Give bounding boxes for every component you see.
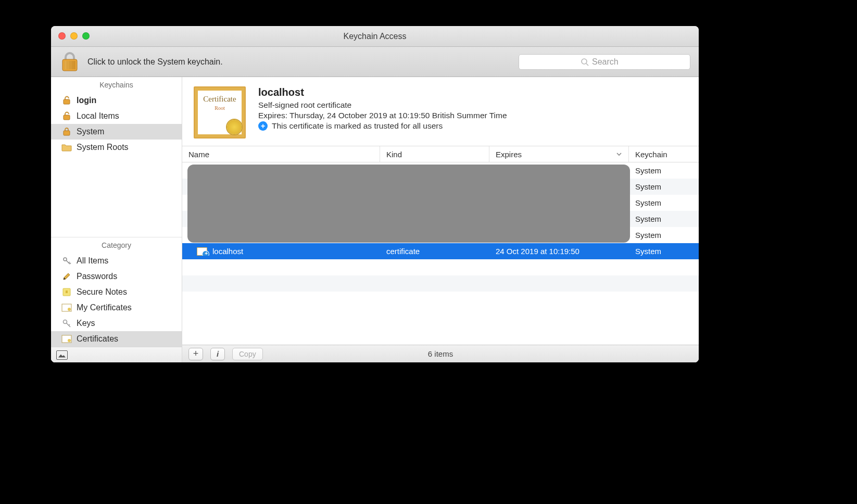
- keys-icon: [61, 256, 72, 266]
- certificate-name: localhost: [258, 86, 507, 98]
- certificate-info: localhost Self-signed root certificate E…: [258, 86, 507, 138]
- window-controls: [58, 32, 90, 40]
- note-icon: [61, 287, 72, 297]
- padlock-icon: [60, 51, 79, 73]
- category-list: All Items Passwords Secure Notes My Cert…: [51, 253, 182, 347]
- svg-rect-5: [64, 115, 70, 120]
- search-field[interactable]: [519, 54, 690, 70]
- titlebar: Keychain Access: [51, 26, 699, 47]
- table-row[interactable]: [182, 259, 699, 275]
- certificate-row-icon: [197, 247, 207, 256]
- keychain-item-label: System: [77, 127, 104, 136]
- category-item-label: Passwords: [77, 272, 117, 281]
- category-item-label: All Items: [77, 256, 108, 266]
- cell-expires: 24 Oct 2019 at 10:19:50: [489, 247, 629, 256]
- column-header-keychain[interactable]: Keychain: [629, 146, 699, 162]
- locked-padlock-icon: [61, 127, 72, 137]
- keychain-item-login[interactable]: login: [51, 93, 182, 108]
- certificate-detail: Certificate Root localhost Self-signed r…: [182, 77, 699, 146]
- info-button[interactable]: i: [210, 348, 225, 360]
- sidebar-header-keychains: Keychains: [51, 77, 182, 93]
- svg-rect-4: [64, 99, 70, 104]
- cert-thumb-text: Certificate: [195, 95, 245, 104]
- footer-bar: + i Copy 6 items: [182, 345, 699, 362]
- category-item-secure-notes[interactable]: Secure Notes: [51, 284, 182, 300]
- seal-icon: [227, 120, 242, 134]
- category-item-certificates[interactable]: Certificates: [51, 331, 182, 347]
- column-header-expires[interactable]: Expires: [489, 146, 629, 162]
- unlocked-padlock-icon: [61, 95, 72, 106]
- keychain-item-local-items[interactable]: Local Items: [51, 108, 182, 124]
- lock-keychain-button[interactable]: [59, 51, 80, 73]
- svg-point-2: [582, 59, 587, 64]
- column-header-kind[interactable]: Kind: [380, 146, 489, 162]
- svg-point-14: [68, 339, 71, 342]
- category-item-label: Keys: [77, 319, 95, 328]
- search-icon: [581, 58, 589, 66]
- zoom-window-button[interactable]: [82, 32, 90, 40]
- certificate-type: Self-signed root certificate: [258, 100, 507, 110]
- toolbar-hint: Click to unlock the System keychain.: [87, 57, 511, 67]
- category-item-label: My Certificates: [77, 303, 132, 312]
- show-preview-button[interactable]: [56, 350, 68, 360]
- minimize-window-button[interactable]: [70, 32, 78, 40]
- svg-rect-6: [64, 131, 70, 135]
- category-item-keys[interactable]: Keys: [51, 316, 182, 331]
- trust-plus-icon: +: [258, 121, 268, 131]
- category-item-label: Secure Notes: [77, 287, 127, 297]
- search-input[interactable]: [592, 57, 628, 67]
- toolbar: Click to unlock the System keychain.: [51, 47, 699, 77]
- table-row[interactable]: localhost certificate 24 Oct 2019 at 10:…: [182, 243, 699, 259]
- keychain-item-label: login: [77, 96, 96, 105]
- sidebar-footer: [51, 347, 182, 362]
- cell-kind: certificate: [380, 247, 489, 256]
- svg-rect-9: [66, 291, 68, 293]
- table-header: Name Kind Expires Keychain: [182, 146, 699, 162]
- certificate-icon: [61, 334, 72, 344]
- svg-point-11: [68, 308, 71, 311]
- cert-thumb-subtext: Root: [195, 105, 245, 111]
- svg-point-12: [64, 320, 67, 324]
- column-header-name[interactable]: Name: [182, 146, 380, 162]
- add-button[interactable]: +: [188, 348, 203, 360]
- certificate-icon: [61, 303, 72, 313]
- category-item-my-certificates[interactable]: My Certificates: [51, 300, 182, 316]
- copy-button[interactable]: Copy: [232, 348, 263, 360]
- keychain-access-window: Keychain Access Click to unlock the Syst…: [51, 26, 699, 362]
- close-window-button[interactable]: [58, 32, 66, 40]
- keychain-item-label: System Roots: [77, 143, 129, 152]
- keychains-list: login Local Items System System Roots: [51, 93, 182, 155]
- category-item-label: Certificates: [77, 334, 118, 344]
- certificate-trust-status: + This certificate is marked as trusted …: [258, 121, 507, 131]
- chevron-down-icon: [616, 151, 622, 157]
- category-item-all-items[interactable]: All Items: [51, 253, 182, 269]
- keychain-item-label: Local Items: [77, 111, 119, 121]
- sidebar: Keychains login Local Items System Syste…: [51, 77, 182, 362]
- pencil-icon: [61, 271, 72, 282]
- body: Keychains login Local Items System Syste…: [51, 77, 699, 362]
- main-panel: Certificate Root localhost Self-signed r…: [182, 77, 699, 362]
- key-icon: [61, 318, 72, 329]
- cell-keychain: System: [629, 247, 699, 256]
- certificate-thumbnail-icon: Certificate Root: [194, 86, 246, 138]
- redacted-overlay: [187, 165, 630, 243]
- folder-icon: [61, 142, 72, 153]
- sidebar-header-category: Category: [51, 237, 182, 253]
- unlocked-padlock-icon: [61, 111, 72, 121]
- certificate-trust-text: This certificate is marked as trusted fo…: [272, 121, 443, 131]
- svg-line-3: [586, 64, 588, 66]
- keychain-item-system-roots[interactable]: System Roots: [51, 140, 182, 155]
- keychain-item-system[interactable]: System: [51, 124, 182, 140]
- window-title: Keychain Access: [51, 32, 699, 41]
- table-row[interactable]: [182, 275, 699, 292]
- cell-name: localhost: [212, 247, 243, 256]
- certificate-expires: Expires: Thursday, 24 October 2019 at 10…: [258, 111, 507, 120]
- category-item-passwords[interactable]: Passwords: [51, 269, 182, 284]
- table-body: System System System System System local…: [182, 162, 699, 345]
